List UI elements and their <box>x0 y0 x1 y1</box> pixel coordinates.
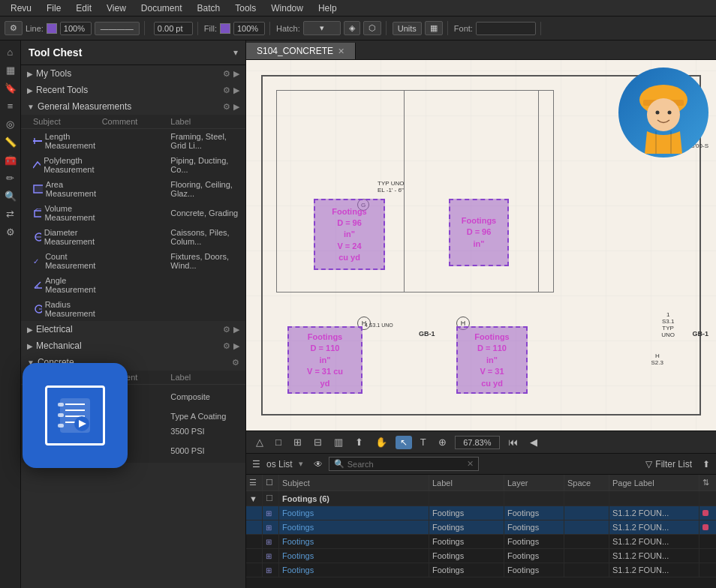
th-subject[interactable]: Subject <box>279 475 429 490</box>
filter-list-button[interactable]: ▽ Filter List <box>645 459 692 470</box>
canvas-rect-tool[interactable]: □ <box>272 435 285 449</box>
iconbar-settings[interactable]: ⚙ <box>2 224 19 240</box>
my-tools-gear-icon[interactable]: ⚙ <box>223 69 230 79</box>
group-label-val <box>429 491 504 506</box>
bottom-search-clear-icon[interactable]: ✕ <box>467 459 474 469</box>
table-row[interactable]: ⊞ Footings Footings Footings S1.1.2 FOUN… <box>246 563 716 578</box>
bottom-list-chevron[interactable]: ▾ <box>299 459 303 469</box>
th-status[interactable]: ⇅ <box>699 475 716 490</box>
canvas-layout-tool[interactable]: ⊟ <box>310 435 326 449</box>
canvas-camera-tool[interactable]: ▥ <box>330 435 347 449</box>
menu-view[interactable]: View <box>101 2 132 15</box>
table-row[interactable]: ⊞ Footings Footings Footings S1.1.2 FOUN… <box>246 520 716 535</box>
iconbar-measurements[interactable]: 📏 <box>2 134 19 150</box>
iconbar-compare[interactable]: ⇄ <box>2 206 19 222</box>
left-iconbar: ⌂ ▦ 🔖 ≡ ◎ 📏 🧰 ✏ 🔍 ⇄ ⚙ <box>0 40 21 588</box>
menu-file[interactable]: File <box>41 2 67 15</box>
tool-diameter-measurement[interactable]: Diameter Measurement Caissons, Piles, Co… <box>21 225 245 249</box>
hatch-opt2[interactable]: ⬡ <box>363 21 381 35</box>
menu-document[interactable]: Document <box>135 2 188 15</box>
tool-preset-button[interactable]: ⚙ <box>5 21 23 35</box>
canvas-split-tool[interactable]: ⊞ <box>290 435 305 449</box>
electrical-gear-icon[interactable]: ⚙ <box>223 325 230 334</box>
font-input[interactable]: Helvetica <box>476 22 536 35</box>
line-width-input[interactable] <box>60 22 92 35</box>
menu-revu[interactable]: Revu <box>5 2 38 15</box>
tab-close-icon[interactable]: ✕ <box>338 46 344 56</box>
my-tools-expand-icon[interactable]: ▶ <box>233 69 239 79</box>
table-row[interactable]: ⊞ Footings Footings Footings S1.1.2 FOUN… <box>246 535 716 549</box>
canvas-pan-tool[interactable]: ✋ <box>372 435 391 449</box>
mechanical-expand-icon[interactable]: ▶ <box>233 341 239 351</box>
section-my-tools[interactable]: ▶ My Tools ⚙ ▶ <box>21 65 245 82</box>
table-row[interactable]: ⊞ Footings Footings Footings S1.1.2 FOUN… <box>246 549 716 563</box>
general-measurements-expand-icon[interactable]: ▶ <box>233 102 239 112</box>
table-row[interactable]: ⊞ Footings Footings Footings S1.1.2 FOUN… <box>246 506 716 520</box>
tool-volume-measurement[interactable]: Volume Measurement Concrete, Grading <box>21 201 245 225</box>
iconbar-markup[interactable]: ✏ <box>2 170 19 186</box>
recent-tools-gear-icon[interactable]: ⚙ <box>223 86 230 95</box>
canvas-text-tool[interactable]: T <box>417 435 430 449</box>
tool-polylength-measurement[interactable]: Polylength Measurement Piping, Ducting, … <box>21 153 245 177</box>
thickness-input[interactable] <box>154 22 193 35</box>
group-check[interactable]: ☐ <box>263 491 279 506</box>
menu-help[interactable]: Help <box>312 2 343 15</box>
tool-chest-chevron[interactable]: ▾ <box>233 47 238 58</box>
hatch-dropdown[interactable]: ▾ <box>303 21 341 35</box>
svg-rect-25 <box>58 403 64 406</box>
iconbar-layers[interactable]: ≡ <box>2 98 19 114</box>
line-style-dropdown[interactable]: ———— <box>95 22 140 35</box>
canvas-export-tool[interactable]: ⬆ <box>351 435 367 449</box>
table-body: ▼ ☐ Footings (6) 222'-0" <box>246 491 716 588</box>
blueprint-canvas[interactable]: 17S0.04 S'00-S TYP UNOEL -1' - 6" GB-1 G… <box>246 60 716 430</box>
iconbar-toolchest[interactable]: 🧰 <box>2 152 19 168</box>
table-group-row[interactable]: ▼ ☐ Footings (6) 222'-0" <box>246 491 716 506</box>
bottom-search-input[interactable] <box>347 460 464 469</box>
menu-window[interactable]: Window <box>265 2 309 15</box>
fill-opacity-input[interactable] <box>233 22 265 35</box>
section-mechanical[interactable]: ▶ Mechanical ⚙ ▶ <box>21 338 245 354</box>
tab-s104-concrete[interactable]: S104_CONCRETE ✕ <box>246 43 356 59</box>
iconbar-properties[interactable]: ◎ <box>2 116 19 132</box>
menu-tools[interactable]: Tools <box>229 2 262 15</box>
canvas-cursor-tool[interactable]: ↖ <box>396 436 412 449</box>
section-electrical[interactable]: ▶ Electrical ⚙ ▶ <box>21 321 245 338</box>
tool-length-measurement[interactable]: Length Measurement Framing, Steel, Grid … <box>21 129 245 153</box>
units-extra[interactable]: ▦ <box>425 21 443 35</box>
tool-radius-measurement[interactable]: Radius Measurement <box>21 297 245 321</box>
tool-area-measurement[interactable]: Area Measurement Flooring, Ceiling, Glaz… <box>21 177 245 201</box>
line-color-swatch[interactable] <box>47 23 57 34</box>
th-layer[interactable]: Layer <box>504 475 564 490</box>
th-page-label[interactable]: Page Label <box>609 475 699 490</box>
electrical-expand-icon[interactable]: ▶ <box>233 325 239 334</box>
recent-tools-expand-icon[interactable]: ▶ <box>233 86 239 95</box>
bottom-export-icon[interactable]: ⬆ <box>702 459 710 470</box>
general-measurements-gear-icon[interactable]: ⚙ <box>223 102 230 112</box>
tool-count-measurement[interactable]: ✓ Count Measurement Fixtures, Doors, Win… <box>21 249 245 273</box>
section-recent-tools[interactable]: ▶ Recent Tools ⚙ ▶ <box>21 82 245 98</box>
iconbar-bookmarks[interactable]: 🔖 <box>2 80 19 96</box>
group-expand-icon[interactable]: ▼ <box>246 491 263 506</box>
zoom-display[interactable]: 67.83% <box>455 436 500 449</box>
mechanical-gear-icon[interactable]: ⚙ <box>223 341 230 351</box>
menu-batch[interactable]: Batch <box>191 2 227 15</box>
canvas-first-page[interactable]: ⏮ <box>504 435 522 449</box>
general-measurements-header[interactable]: ▼ General Measurements ⚙ ▶ <box>21 98 245 115</box>
canvas-zoom-in-tool[interactable]: ⊕ <box>435 435 450 449</box>
th-label[interactable]: Label <box>429 475 504 490</box>
bottom-list-icon[interactable]: ☰ <box>252 459 260 470</box>
canvas-triangle-tool[interactable]: △ <box>252 435 267 449</box>
fill-color-swatch[interactable] <box>220 23 230 34</box>
count-icon: ✓ <box>33 256 42 266</box>
tool-angle-measurement[interactable]: Angle Measurement <box>21 273 245 297</box>
hatch-opt1[interactable]: ◈ <box>344 21 360 35</box>
iconbar-pages[interactable]: ▦ <box>2 62 19 78</box>
th-space[interactable]: Space <box>564 475 609 490</box>
iconbar-search[interactable]: 🔍 <box>2 188 19 204</box>
bottom-eye-icon[interactable]: 👁 <box>314 459 323 470</box>
concrete-gear-icon[interactable]: ⚙ <box>232 358 239 368</box>
iconbar-home[interactable]: ⌂ <box>2 44 19 60</box>
menu-edit[interactable]: Edit <box>70 2 98 15</box>
units-button[interactable]: Units <box>393 22 422 35</box>
canvas-prev-page[interactable]: ◀ <box>526 435 541 449</box>
